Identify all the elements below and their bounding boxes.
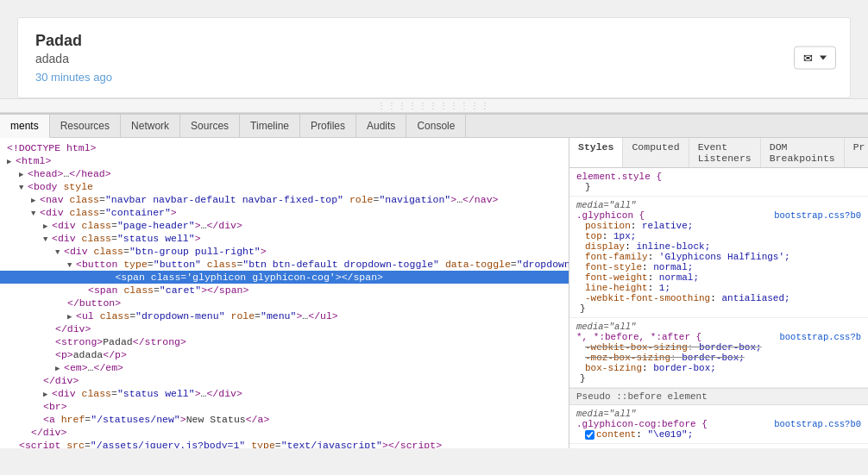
dom-line: ▶<head>…</head> bbox=[0, 167, 569, 180]
styles-tab-dom-breakpoints[interactable]: DOM Breakpoints bbox=[761, 138, 845, 167]
styles-tab-computed[interactable]: Computed bbox=[623, 138, 689, 167]
dom-line: ▶<div class="page-header">…</div> bbox=[0, 219, 569, 232]
profile-card: Padad adada 30 minutes ago ✉ bbox=[17, 17, 851, 98]
profile-name: Padad bbox=[35, 32, 798, 50]
styles-tab-styles[interactable]: Styles bbox=[569, 138, 623, 167]
media-label: media="all" bbox=[576, 322, 861, 332]
dom-line: </div> bbox=[0, 374, 569, 387]
drag-handle[interactable]: ⋮⋮⋮⋮⋮⋮⋮⋮⋮⋮⋮ bbox=[0, 98, 868, 113]
dom-line: ▼<div class="container"> bbox=[0, 206, 569, 219]
dom-line: </div> bbox=[0, 426, 569, 439]
dom-line: ▼<div class="status well"> bbox=[0, 232, 569, 245]
dom-line: </button> bbox=[0, 297, 569, 309]
tab-timeline[interactable]: Timeline bbox=[240, 115, 300, 137]
devtools-body: <!DOCTYPE html> ▶<html> ▶<head>…</head> … bbox=[0, 138, 868, 448]
styles-prop-moz-box: -moz-box-sizing: border-box; bbox=[585, 353, 745, 363]
dom-line: </div> bbox=[0, 322, 569, 335]
dom-line: ▶<div class="status well">…</div> bbox=[0, 387, 569, 400]
envelope-icon: ✉ bbox=[803, 52, 813, 65]
styles-prop-webkit-box: -webkit-box-sizing: border-box; bbox=[585, 342, 762, 353]
media-label: media="all" bbox=[576, 200, 861, 210]
dom-line: ▶<nav class="navbar navbar-default navba… bbox=[0, 193, 569, 206]
dom-line: ▼<body style bbox=[0, 180, 569, 193]
dom-line: <p>adada</p> bbox=[0, 348, 569, 361]
tab-elements[interactable]: ments bbox=[0, 115, 50, 138]
styles-section-box-sizing: media="all" *, *:before, *:after { boots… bbox=[569, 318, 868, 388]
styles-selector-glyphicon: .glyphicon { bbox=[576, 210, 645, 221]
styles-tab-pr[interactable]: Pr bbox=[845, 138, 868, 167]
media-label-pseudo: media="all" bbox=[576, 409, 861, 419]
styles-tab-event-listeners[interactable]: Event Listeners bbox=[689, 138, 761, 167]
dom-line: <!DOCTYPE html> bbox=[0, 141, 569, 154]
styles-selector: element.style { bbox=[576, 172, 662, 182]
dom-line: ▶<ul class="dropdown-menu" role="menu">…… bbox=[0, 309, 569, 322]
dom-line: <span class="caret"></span> bbox=[0, 284, 569, 297]
tab-network[interactable]: Network bbox=[121, 115, 180, 137]
tab-profiles[interactable]: Profiles bbox=[300, 115, 356, 137]
dom-line: ▶<em>…</em> bbox=[0, 361, 569, 374]
profile-time: 30 minutes ago bbox=[35, 71, 798, 84]
tab-sources[interactable]: Sources bbox=[180, 115, 240, 137]
dom-line: ▼<div class="btn-group pull-right"> bbox=[0, 245, 569, 258]
profile-action-button[interactable]: ✉ bbox=[794, 47, 836, 70]
devtools-tab-bar: ments Resources Network Sources Timeline… bbox=[0, 115, 868, 138]
dom-line: <a href="/statuses/new">New Status</a> bbox=[0, 413, 569, 426]
dom-panel[interactable]: <!DOCTYPE html> ▶<html> ▶<head>…</head> … bbox=[0, 138, 569, 448]
pseudo-heading: Pseudo ::before element bbox=[569, 388, 868, 405]
dom-line: ▶<html> bbox=[0, 154, 569, 167]
tab-console[interactable]: Console bbox=[406, 115, 466, 137]
devtools-panel: ments Resources Network Sources Timeline… bbox=[0, 113, 868, 448]
profile-sub: adada bbox=[35, 52, 798, 66]
dom-line: ▼<button type="button" class="btn btn-de… bbox=[0, 258, 569, 271]
tab-resources[interactable]: Resources bbox=[50, 115, 121, 137]
styles-source-star[interactable]: bootstrap.css?b bbox=[779, 332, 861, 342]
dom-line: <script src="/assets/jquery.js?body=1" t… bbox=[0, 439, 569, 448]
styles-panel[interactable]: Styles Computed Event Listeners DOM Brea… bbox=[569, 138, 868, 448]
dom-line: <br> bbox=[0, 400, 569, 413]
styles-section-element: element.style { } bbox=[569, 168, 868, 197]
styles-selector-pseudo: .glyphicon-cog:before { bbox=[576, 419, 708, 429]
styles-tab-bar: Styles Computed Event Listeners DOM Brea… bbox=[569, 138, 868, 168]
styles-section-glyphicon: media="all" .glyphicon { bootstrap.css?b… bbox=[569, 197, 868, 318]
styles-source-pseudo[interactable]: bootstrap.css?b0 bbox=[774, 419, 861, 429]
content-checkbox[interactable] bbox=[585, 430, 594, 440]
dom-line: <strong>Padad</strong> bbox=[0, 335, 569, 348]
dom-line-selected[interactable]: <span class='glyphicon glyphicon-cog'></… bbox=[0, 271, 569, 284]
caret-icon bbox=[820, 56, 827, 60]
styles-section-pseudo: media="all" .glyphicon-cog:before { boot… bbox=[569, 405, 868, 444]
styles-source[interactable]: bootstrap.css?b0 bbox=[774, 210, 861, 221]
tab-audits[interactable]: Audits bbox=[356, 115, 406, 137]
styles-selector-star: *, *:before, *:after { bbox=[576, 332, 701, 342]
